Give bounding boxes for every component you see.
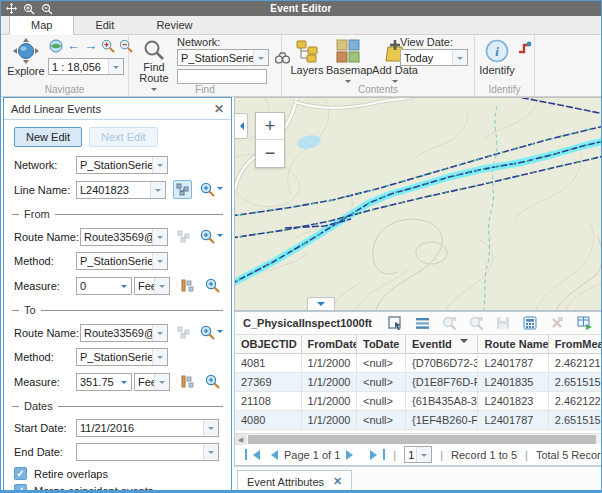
table-horizontal-scrollbar[interactable]: ◀ ▶ xyxy=(235,433,602,444)
ribbon-network-dropdown-arrow[interactable] xyxy=(253,50,268,65)
select-to-route-on-map-button[interactable] xyxy=(175,323,192,342)
explore-button[interactable]: Explore xyxy=(5,38,47,77)
select-from-route-on-map-button[interactable] xyxy=(175,227,192,246)
end-date-dropdown-arrow[interactable] xyxy=(203,444,218,460)
map-zoom-out-button[interactable]: − xyxy=(256,140,284,167)
zoom-options-caret[interactable] xyxy=(217,330,223,336)
identify-route-location-icon[interactable] xyxy=(517,41,532,56)
last-page-button[interactable] xyxy=(370,449,385,460)
zoom-to-to-measure-button[interactable] xyxy=(205,374,220,389)
tab-edit[interactable]: Edit xyxy=(74,16,135,34)
next-page-button[interactable] xyxy=(346,450,358,460)
map-canvas[interactable]: + − POWERED BY esri xyxy=(234,97,602,311)
to-route-name-row: Route Name: Route33569@Cent xyxy=(4,323,231,342)
to-unit-dropdown-arrow[interactable] xyxy=(154,374,169,390)
pick-to-measure-on-map-button[interactable] xyxy=(177,372,197,391)
column-header-routename[interactable]: Route Name xyxy=(478,335,548,354)
line-name-dropdown-arrow[interactable] xyxy=(150,182,165,198)
previous-page-button[interactable] xyxy=(266,450,278,460)
tab-map[interactable]: Map xyxy=(9,15,74,35)
scroll-left-arrow[interactable]: ◀ xyxy=(235,434,246,445)
zoom-options-caret[interactable] xyxy=(217,187,223,193)
previous-extent-icon[interactable]: ← xyxy=(67,39,80,53)
tab-event-attributes[interactable]: Event Attributes ✕ xyxy=(237,470,352,492)
from-route-name-combo[interactable]: Route33569@Cent xyxy=(80,228,168,246)
next-extent-icon[interactable]: → xyxy=(84,39,97,53)
zoom-to-from-route-button[interactable] xyxy=(200,229,223,244)
page-select-dropdown-arrow[interactable] xyxy=(416,447,431,462)
ribbon-group-contents: Layers Basemap Add Data View Date: Today… xyxy=(282,35,475,96)
zoom-to-to-route-button[interactable] xyxy=(200,325,223,340)
collapse-table-arrow[interactable] xyxy=(307,297,335,310)
retire-overlaps-checkbox-row[interactable]: Retire overlaps xyxy=(4,467,231,480)
zoom-to-selected-icon[interactable] xyxy=(441,315,457,331)
to-measure-combo[interactable]: 351.75 xyxy=(76,373,132,391)
column-header-frommeasure[interactable]: FromMeasure xyxy=(548,335,602,354)
from-method-combo[interactable]: P_StationSeries xyxy=(76,252,168,270)
save-icon[interactable] xyxy=(495,315,511,331)
ribbon-network-combo[interactable]: P_StationSeries xyxy=(177,49,269,66)
pan-to-selected-icon[interactable] xyxy=(468,315,484,331)
close-tab-icon[interactable]: ✕ xyxy=(333,475,342,488)
first-page-button[interactable] xyxy=(245,449,260,460)
tab-review[interactable]: Review xyxy=(135,16,213,34)
from-unit-dropdown-arrow[interactable] xyxy=(154,278,169,294)
to-method-dropdown-arrow[interactable] xyxy=(152,349,167,365)
select-records-icon[interactable] xyxy=(387,315,403,331)
collapse-panel-arrow[interactable] xyxy=(235,113,248,139)
basemap-button[interactable]: Basemap xyxy=(326,39,370,88)
route-search-input[interactable] xyxy=(177,69,267,84)
from-measure-dropdown-arrow[interactable] xyxy=(116,278,131,294)
new-edit-button[interactable]: New Edit xyxy=(14,127,82,147)
start-date-combo[interactable]: 11/21/2016 xyxy=(76,419,219,437)
column-header-eventid[interactable]: EventId xyxy=(406,335,478,354)
show-selected-records-icon[interactable] xyxy=(414,315,430,331)
to-route-name-combo[interactable]: Route33569@Cent xyxy=(80,324,168,342)
column-header-todate[interactable]: ToDate xyxy=(357,335,406,354)
page-select-combo[interactable]: 1 xyxy=(404,446,432,463)
field-calculator-icon[interactable] xyxy=(522,315,538,331)
table-row[interactable]: 40811/1/2000<null>{D70B6D72-3L24017872.4… xyxy=(235,354,602,373)
line-name-combo[interactable]: L2401823 xyxy=(76,181,166,199)
end-date-combo[interactable] xyxy=(76,443,219,461)
table-row[interactable]: 273691/1/2000<null>{D1E8F76D-FL24018352.… xyxy=(235,373,602,392)
to-unit-combo[interactable]: Feet xyxy=(134,373,170,391)
zoom-in-icon[interactable] xyxy=(101,39,115,53)
from-method-dropdown-arrow[interactable] xyxy=(152,253,167,269)
append-records-icon[interactable] xyxy=(576,315,592,331)
column-header-objectid[interactable]: OBJECTID xyxy=(235,335,301,354)
full-extent-globe-icon[interactable] xyxy=(49,39,63,53)
from-unit-combo[interactable]: Feet xyxy=(134,277,170,295)
next-edit-button[interactable]: Next Edit xyxy=(89,127,158,147)
start-date-dropdown-arrow[interactable] xyxy=(203,420,218,436)
layers-button[interactable]: Layers xyxy=(288,39,326,76)
zoom-magnifier-icon xyxy=(200,325,215,340)
select-on-map-icon xyxy=(177,326,190,339)
map-scale-combo[interactable]: 1 : 18,056 xyxy=(48,58,124,75)
table-row[interactable]: 40801/1/2000<null>{1EF4B260-FL24017872.6… xyxy=(235,411,602,430)
network-combo[interactable]: P_StationSeries xyxy=(76,156,168,174)
view-date-combo[interactable]: Today xyxy=(400,49,468,66)
from-measure-combo[interactable]: 0 xyxy=(76,277,132,295)
to-method-combo[interactable]: P_StationSeries xyxy=(76,348,168,366)
column-header-fromdate[interactable]: FromDate xyxy=(301,335,356,354)
from-route-name-dropdown-arrow[interactable] xyxy=(152,229,167,245)
map-zoom-in-button[interactable]: + xyxy=(256,113,284,140)
map-scale-dropdown-arrow[interactable] xyxy=(108,59,123,74)
zoom-to-line-button[interactable] xyxy=(200,182,223,197)
zoom-options-caret[interactable] xyxy=(217,234,223,240)
ribbon-empty-space xyxy=(535,35,601,96)
retire-overlaps-checkbox[interactable] xyxy=(14,467,27,480)
pick-from-measure-on-map-button[interactable] xyxy=(177,276,197,295)
to-measure-dropdown-arrow[interactable] xyxy=(116,374,131,390)
select-line-on-map-button[interactable] xyxy=(173,180,193,199)
zoom-to-from-measure-button[interactable] xyxy=(205,278,220,293)
panel-close-icon[interactable]: ✕ xyxy=(214,102,224,116)
network-dropdown-arrow[interactable] xyxy=(152,157,167,173)
delete-selected-icon[interactable] xyxy=(549,315,565,331)
table-row[interactable]: 211081/1/2000<null>{61B435A8-3L24018232.… xyxy=(235,392,602,411)
scrollbar-thumb[interactable] xyxy=(248,435,596,444)
identify-button[interactable]: i Identify xyxy=(477,39,517,76)
view-date-dropdown-arrow[interactable] xyxy=(452,50,467,65)
to-route-name-dropdown-arrow[interactable] xyxy=(152,325,167,341)
